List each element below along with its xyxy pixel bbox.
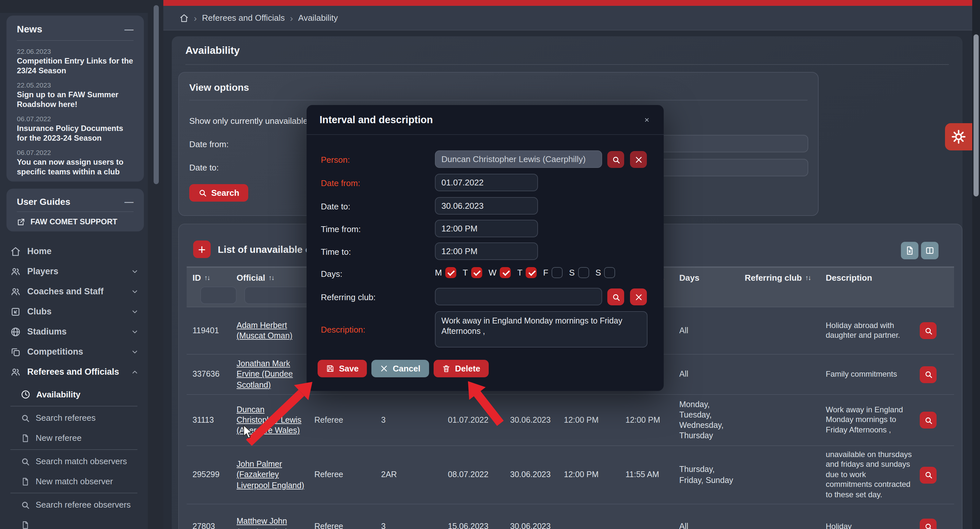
description-textarea[interactable]: Work away in England Monday mornings to …: [435, 311, 648, 347]
official-filter-input[interactable]: [244, 287, 312, 304]
document-icon: [21, 433, 30, 443]
row-view-button[interactable]: [920, 366, 937, 383]
sidebar-subitem-new-match-observer[interactable]: New match observer: [0, 471, 148, 491]
external-link-icon: [17, 218, 25, 226]
row-view-button[interactable]: [920, 412, 937, 429]
referring-club-clear-button[interactable]: [630, 288, 647, 305]
search-button[interactable]: Search: [189, 184, 248, 202]
date-to-label: Date to:: [321, 202, 350, 211]
date-to-label: Date to:: [189, 163, 219, 172]
cell-role: Referee: [314, 395, 381, 445]
divider: [10, 449, 137, 450]
referring-club-search-button[interactable]: [607, 288, 624, 305]
faw-comet-support-link[interactable]: FAW COMET SUPPORT: [17, 217, 134, 226]
cell-date-to: 30.06.2023: [510, 446, 564, 504]
day-checkbox-tuesday[interactable]: [471, 267, 482, 278]
search-icon: [924, 416, 932, 424]
time-from-input[interactable]: [435, 220, 538, 237]
chevron-down-icon: [131, 348, 139, 355]
page-title: Availability: [185, 45, 240, 56]
sidebar-nav: Home Players Coaches and Staff Clubs Sta…: [0, 241, 148, 382]
cancel-button[interactable]: Cancel: [371, 360, 429, 377]
sidebar-subitem-search-match-observers[interactable]: Search match observers: [0, 451, 148, 471]
chevron-down-icon: [131, 268, 139, 275]
time-to-input[interactable]: [435, 242, 538, 260]
sidebar-item-home[interactable]: Home: [0, 241, 148, 261]
cell-id: 295299: [187, 446, 237, 504]
sidebar-item-stadiums[interactable]: Stadiums: [0, 322, 148, 342]
cell-time-from: 12:00 PM: [564, 395, 625, 445]
official-link[interactable]: Jonathan Mark Ervine (Dundee Scotland): [237, 359, 308, 390]
news-item[interactable]: 06.07.2022 You can now assign users to s…: [17, 148, 134, 177]
day-checkbox-wednesday[interactable]: [500, 267, 511, 278]
row-view-button[interactable]: [920, 467, 937, 483]
page-scrollbar-thumb[interactable]: [974, 34, 979, 196]
date-from-input[interactable]: [435, 174, 538, 191]
competitions-icon: [10, 346, 21, 357]
sidebar-subnav: Availability Search referees New referee…: [0, 384, 148, 529]
official-link[interactable]: John Palmer (Fazakerley Liverpool Englan…: [237, 459, 308, 491]
sidebar-item-players[interactable]: Players: [0, 261, 148, 281]
search-icon: [21, 413, 30, 422]
row-view-button[interactable]: [920, 322, 937, 339]
cell-official: Duncan Christopher Lewis (Aberdare Wales…: [237, 395, 314, 445]
day-checkbox-saturday[interactable]: [578, 267, 589, 278]
app-window: News 22.06.2023 Competition Entry Links …: [0, 0, 980, 529]
day-checkbox-monday[interactable]: [445, 267, 456, 278]
cell-time-from: [564, 504, 625, 529]
sidebar-subitem-availability[interactable]: Availability: [0, 384, 148, 405]
news-date: 06.07.2022: [17, 115, 134, 123]
breadcrumb: Referees and Officials Availability: [163, 6, 980, 30]
sidebar-subitem-search-referee-observers[interactable]: Search referee observers: [0, 495, 148, 515]
day-checkbox-thursday[interactable]: [526, 267, 537, 278]
news-item[interactable]: 22.05.2023 Sign up to an FAW Summer Road…: [17, 81, 134, 110]
sidebar-scrollbar-thumb[interactable]: [154, 5, 159, 184]
days-label: Days:: [321, 269, 342, 279]
person-input: [435, 150, 602, 168]
breadcrumb-item[interactable]: Referees and Officials: [202, 13, 285, 23]
close-icon[interactable]: [640, 113, 653, 126]
add-interval-button[interactable]: +: [193, 241, 211, 258]
cell-days: Thursday, Friday, Sunday: [679, 446, 745, 504]
save-button[interactable]: Save: [318, 360, 367, 377]
delete-button[interactable]: Delete: [434, 360, 489, 377]
sidebar-subitem-new-referee[interactable]: New referee: [0, 428, 148, 448]
official-link[interactable]: Adam Herbert (Muscat Oman): [237, 320, 308, 341]
official-link[interactable]: Matthew John (Neath Wales): [237, 516, 308, 529]
day-checkbox-sunday[interactable]: [605, 267, 616, 278]
cell-days: All: [679, 307, 745, 354]
news-item[interactable]: 22.06.2023 Competition Entry Links for t…: [17, 47, 134, 76]
sidebar-item-clubs[interactable]: Clubs: [0, 301, 148, 322]
sidebar-subitem-partial[interactable]: [0, 515, 148, 529]
sidebar-item-competitions[interactable]: Competitions: [0, 342, 148, 362]
sidebar-subitem-search-referees[interactable]: Search referees: [0, 408, 148, 428]
date-to-input[interactable]: [435, 197, 538, 215]
news-title: News: [17, 23, 42, 34]
home-icon[interactable]: [180, 13, 189, 22]
id-filter-input[interactable]: [200, 287, 237, 304]
news-date: 06.07.2022: [17, 148, 134, 156]
breadcrumb-item[interactable]: Availability: [298, 13, 338, 23]
person-search-button[interactable]: [607, 151, 624, 168]
columns-button[interactable]: [921, 242, 939, 259]
news-item[interactable]: 06.07.2022 Insurance Policy Documents fo…: [17, 115, 134, 143]
col-header-referring-club[interactable]: Referring club: [745, 268, 826, 307]
export-excel-button[interactable]: [901, 242, 918, 259]
day-checkbox-friday[interactable]: [552, 267, 563, 278]
search-icon: [924, 327, 932, 335]
cell-time-to: [625, 504, 679, 529]
show-only-label: Show only currently unavailable:: [189, 116, 310, 126]
collapse-icon[interactable]: [124, 24, 134, 34]
cell-days: All: [679, 355, 745, 394]
referring-club-input[interactable]: [435, 288, 602, 305]
person-clear-button[interactable]: [630, 151, 647, 168]
settings-button[interactable]: [945, 123, 972, 150]
official-link[interactable]: Duncan Christopher Lewis (Aberdare Wales…: [237, 404, 308, 436]
save-icon: [326, 364, 334, 373]
divider: [10, 493, 137, 493]
sidebar-item-coaches[interactable]: Coaches and Staff: [0, 281, 148, 301]
sidebar-item-referees[interactable]: Referees and Officials: [0, 362, 148, 382]
search-icon: [21, 500, 30, 509]
row-view-button[interactable]: [920, 518, 937, 529]
collapse-icon[interactable]: [124, 196, 134, 207]
